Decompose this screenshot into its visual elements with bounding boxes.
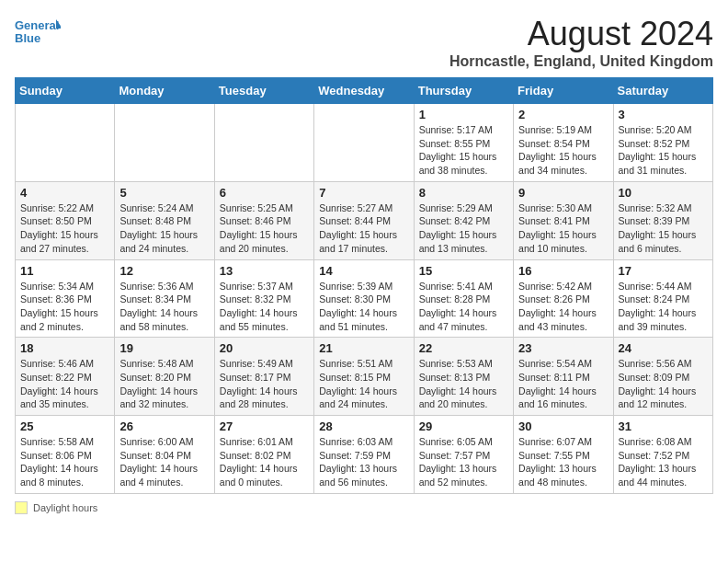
day-number: 13 [220, 264, 309, 278]
day-info: Sunrise: 5:44 AMSunset: 8:24 PMDaylight:… [619, 280, 708, 334]
day-info: Sunrise: 5:56 AMSunset: 8:09 PMDaylight:… [619, 357, 708, 411]
day-info: Sunrise: 5:32 AMSunset: 8:39 PMDaylight:… [619, 201, 708, 256]
calendar-title: August 2024 [449, 15, 713, 53]
day-info: Sunrise: 5:20 AMSunset: 8:52 PMDaylight:… [619, 123, 708, 178]
calendar-header-row: Sunday Monday Tuesday Wednesday Thursday… [16, 78, 713, 104]
day-number: 8 [419, 186, 508, 200]
day-number: 18 [20, 341, 109, 355]
calendar-cell-w4-d5: 22Sunrise: 5:53 AMSunset: 8:13 PMDayligh… [414, 338, 513, 416]
logo: General Blue [15, 15, 61, 52]
day-number: 20 [220, 341, 309, 355]
day-number: 7 [319, 186, 408, 200]
legend-box [15, 501, 28, 514]
day-info: Sunrise: 5:19 AMSunset: 8:54 PMDaylight:… [518, 123, 608, 178]
calendar-cell-w1-d5: 1Sunrise: 5:17 AMSunset: 8:55 PMDaylight… [414, 104, 513, 182]
day-info: Sunrise: 5:17 AMSunset: 8:55 PMDaylight:… [419, 123, 508, 178]
calendar-cell-w1-d7: 3Sunrise: 5:20 AMSunset: 8:52 PMDaylight… [613, 104, 712, 182]
day-number: 25 [20, 419, 109, 433]
svg-text:Blue: Blue [15, 31, 40, 45]
header-sunday: Sunday [16, 78, 115, 104]
day-info: Sunrise: 5:34 AMSunset: 8:36 PMDaylight:… [20, 280, 109, 334]
calendar-cell-w5-d7: 31Sunrise: 6:08 AMSunset: 7:52 PMDayligh… [613, 416, 712, 494]
day-number: 26 [119, 419, 209, 433]
day-info: Sunrise: 6:03 AMSunset: 7:59 PMDaylight:… [319, 435, 408, 489]
calendar-cell-w3-d5: 15Sunrise: 5:41 AMSunset: 8:28 PMDayligh… [414, 259, 513, 338]
day-number: 4 [20, 186, 109, 200]
calendar-cell-w4-d2: 19Sunrise: 5:48 AMSunset: 8:20 PMDayligh… [115, 338, 214, 416]
day-info: Sunrise: 5:36 AMSunset: 8:34 PMDaylight:… [119, 280, 209, 334]
calendar-cell-w5-d2: 26Sunrise: 6:00 AMSunset: 8:04 PMDayligh… [115, 416, 214, 494]
header: General Blue August 2024 Horncastle, Eng… [15, 15, 713, 70]
calendar-cell-w2-d1: 4Sunrise: 5:22 AMSunset: 8:50 PMDaylight… [16, 181, 115, 259]
calendar-cell-w3-d4: 14Sunrise: 5:39 AMSunset: 8:30 PMDayligh… [314, 259, 414, 338]
day-info: Sunrise: 5:41 AMSunset: 8:28 PMDaylight:… [419, 280, 508, 334]
legend: Daylight hours [15, 501, 713, 514]
calendar-cell-w5-d6: 30Sunrise: 6:07 AMSunset: 7:55 PMDayligh… [514, 416, 613, 494]
calendar-cell-w2-d3: 6Sunrise: 5:25 AMSunset: 8:46 PMDaylight… [214, 181, 313, 259]
week-row-2: 4Sunrise: 5:22 AMSunset: 8:50 PMDaylight… [16, 181, 713, 259]
calendar-cell-w3-d3: 13Sunrise: 5:37 AMSunset: 8:32 PMDayligh… [214, 259, 313, 338]
calendar-cell-w1-d2 [115, 104, 214, 182]
day-number: 12 [119, 264, 209, 278]
day-info: Sunrise: 6:08 AMSunset: 7:52 PMDaylight:… [619, 435, 708, 489]
day-number: 29 [419, 419, 508, 433]
day-number: 14 [319, 264, 408, 278]
day-info: Sunrise: 5:51 AMSunset: 8:15 PMDaylight:… [319, 357, 408, 411]
day-info: Sunrise: 5:54 AMSunset: 8:11 PMDaylight:… [518, 357, 608, 411]
day-number: 28 [319, 419, 408, 433]
svg-text:General: General [15, 18, 59, 32]
calendar-cell-w4-d7: 24Sunrise: 5:56 AMSunset: 8:09 PMDayligh… [613, 338, 712, 416]
day-number: 31 [619, 419, 708, 433]
calendar-cell-w3-d2: 12Sunrise: 5:36 AMSunset: 8:34 PMDayligh… [115, 259, 214, 338]
week-row-4: 18Sunrise: 5:46 AMSunset: 8:22 PMDayligh… [16, 338, 713, 416]
header-tuesday: Tuesday [214, 78, 313, 104]
day-info: Sunrise: 5:24 AMSunset: 8:48 PMDaylight:… [119, 201, 209, 256]
calendar-cell-w5-d4: 28Sunrise: 6:03 AMSunset: 7:59 PMDayligh… [314, 416, 414, 494]
calendar-cell-w5-d1: 25Sunrise: 5:58 AMSunset: 8:06 PMDayligh… [16, 416, 115, 494]
calendar-cell-w4-d4: 21Sunrise: 5:51 AMSunset: 8:15 PMDayligh… [314, 338, 414, 416]
day-number: 21 [319, 341, 408, 355]
calendar-cell-w3-d7: 17Sunrise: 5:44 AMSunset: 8:24 PMDayligh… [613, 259, 712, 338]
day-number: 2 [518, 108, 608, 121]
logo-svg: General Blue [15, 15, 61, 52]
day-number: 15 [419, 264, 508, 278]
day-info: Sunrise: 5:30 AMSunset: 8:41 PMDaylight:… [518, 201, 608, 256]
calendar-cell-w1-d3 [214, 104, 313, 182]
week-row-3: 11Sunrise: 5:34 AMSunset: 8:36 PMDayligh… [16, 259, 713, 338]
calendar-cell-w4-d1: 18Sunrise: 5:46 AMSunset: 8:22 PMDayligh… [16, 338, 115, 416]
header-friday: Friday [514, 78, 613, 104]
day-number: 22 [419, 341, 508, 355]
calendar-cell-w2-d2: 5Sunrise: 5:24 AMSunset: 8:48 PMDaylight… [115, 181, 214, 259]
day-number: 27 [220, 419, 309, 433]
day-number: 11 [20, 264, 109, 278]
day-number: 30 [518, 419, 608, 433]
day-info: Sunrise: 6:01 AMSunset: 8:02 PMDaylight:… [220, 435, 309, 489]
day-info: Sunrise: 5:29 AMSunset: 8:42 PMDaylight:… [419, 201, 508, 256]
calendar-subtitle: Horncastle, England, United Kingdom [449, 53, 713, 70]
day-info: Sunrise: 6:07 AMSunset: 7:55 PMDaylight:… [518, 435, 608, 489]
day-info: Sunrise: 5:48 AMSunset: 8:20 PMDaylight:… [119, 357, 209, 411]
calendar-cell-w3-d6: 16Sunrise: 5:42 AMSunset: 8:26 PMDayligh… [514, 259, 613, 338]
calendar-cell-w4-d3: 20Sunrise: 5:49 AMSunset: 8:17 PMDayligh… [214, 338, 313, 416]
day-number: 10 [619, 186, 708, 200]
day-info: Sunrise: 5:27 AMSunset: 8:44 PMDaylight:… [319, 201, 408, 256]
day-number: 5 [119, 186, 209, 200]
calendar-table: Sunday Monday Tuesday Wednesday Thursday… [15, 77, 713, 494]
day-info: Sunrise: 5:42 AMSunset: 8:26 PMDaylight:… [518, 280, 608, 334]
title-area: August 2024 Horncastle, England, United … [449, 15, 713, 70]
calendar-cell-w1-d4 [314, 104, 414, 182]
calendar-cell-w4-d6: 23Sunrise: 5:54 AMSunset: 8:11 PMDayligh… [514, 338, 613, 416]
day-info: Sunrise: 5:25 AMSunset: 8:46 PMDaylight:… [220, 201, 309, 256]
day-info: Sunrise: 5:53 AMSunset: 8:13 PMDaylight:… [419, 357, 508, 411]
day-info: Sunrise: 5:22 AMSunset: 8:50 PMDaylight:… [20, 201, 109, 256]
header-wednesday: Wednesday [314, 78, 414, 104]
day-number: 17 [619, 264, 708, 278]
day-info: Sunrise: 5:58 AMSunset: 8:06 PMDaylight:… [20, 435, 109, 489]
week-row-1: 1Sunrise: 5:17 AMSunset: 8:55 PMDaylight… [16, 104, 713, 182]
day-info: Sunrise: 5:46 AMSunset: 8:22 PMDaylight:… [20, 357, 109, 411]
calendar-cell-w1-d6: 2Sunrise: 5:19 AMSunset: 8:54 PMDaylight… [514, 104, 613, 182]
calendar-cell-w5-d3: 27Sunrise: 6:01 AMSunset: 8:02 PMDayligh… [214, 416, 313, 494]
calendar-cell-w2-d5: 8Sunrise: 5:29 AMSunset: 8:42 PMDaylight… [414, 181, 513, 259]
day-number: 16 [518, 264, 608, 278]
day-info: Sunrise: 5:49 AMSunset: 8:17 PMDaylight:… [220, 357, 309, 411]
